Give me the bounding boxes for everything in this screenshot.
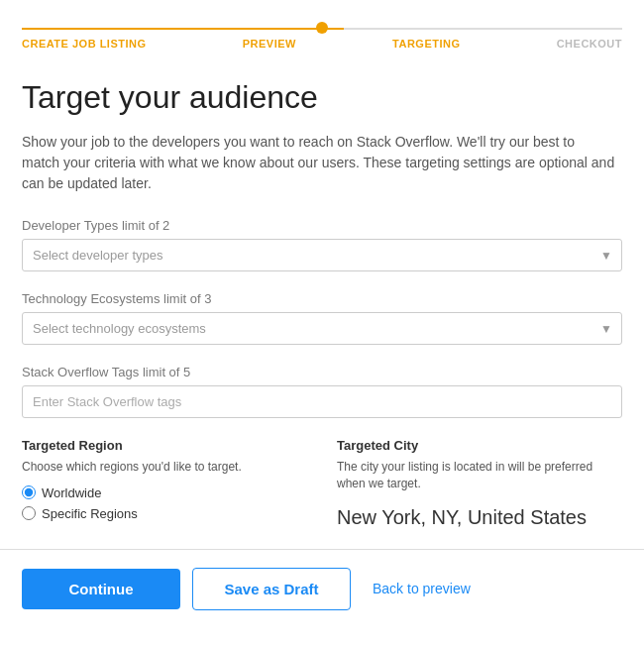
step-checkout[interactable]: Checkout (557, 18, 622, 50)
targeted-city-section: Targeted City The city your listing is l… (337, 438, 622, 529)
footer-actions: Continue Save as Draft Back to preview (0, 550, 644, 628)
developer-types-field: Developer Types limit of 2 Select develo… (22, 218, 622, 271)
targeted-city-title: Targeted City (337, 438, 622, 453)
radio-worldwide-input[interactable] (22, 485, 36, 499)
technology-ecosystems-select[interactable]: Select technology ecosystems (22, 312, 622, 345)
targeted-city-subtitle: The city your listing is located in will… (337, 459, 622, 492)
back-to-preview-link[interactable]: Back to preview (363, 573, 481, 604)
technology-ecosystems-label: Technology Ecosystems limit of 3 (22, 291, 622, 306)
page-description: Show your job to the developers you want… (22, 132, 616, 194)
targeted-city-value: New York, NY, United States (337, 506, 622, 529)
radio-specific[interactable]: Specific Regions (22, 506, 307, 521)
developer-types-select-wrapper: Select developer types ▼ (22, 239, 622, 271)
technology-ecosystems-field: Technology Ecosystems limit of 3 Select … (22, 291, 622, 345)
step-create[interactable]: Create Job Listing (22, 18, 147, 50)
targeting-columns: Targeted Region Choose which regions you… (22, 438, 622, 529)
so-tags-input[interactable] (22, 385, 622, 418)
developer-types-label: Developer Types limit of 2 (22, 218, 622, 233)
targeted-region-subtitle: Choose which regions you'd like to targe… (22, 459, 307, 476)
so-tags-field: Stack Overflow Tags limit of 5 (22, 365, 622, 418)
radio-specific-label: Specific Regions (42, 506, 138, 521)
region-radio-group: Worldwide Specific Regions (22, 485, 307, 521)
main-content: Target your audience Show your job to th… (0, 59, 644, 529)
developer-types-select[interactable]: Select developer types (22, 239, 622, 271)
radio-worldwide-label: Worldwide (42, 485, 101, 500)
stepper-items: Create Job Listing Preview Targeting Che… (22, 18, 622, 50)
so-tags-label: Stack Overflow Tags limit of 5 (22, 365, 622, 379)
technology-ecosystems-select-wrapper: Select technology ecosystems ▼ (22, 312, 622, 345)
targeted-region-section: Targeted Region Choose which regions you… (22, 438, 307, 529)
save-draft-button[interactable]: Save as Draft (192, 568, 351, 610)
step-targeting[interactable]: Targeting (392, 18, 460, 50)
targeted-region-title: Targeted Region (22, 438, 307, 453)
radio-specific-input[interactable] (22, 506, 36, 520)
continue-button[interactable]: Continue (22, 569, 180, 609)
step-preview[interactable]: Preview (243, 18, 296, 50)
radio-worldwide[interactable]: Worldwide (22, 485, 307, 500)
page-title: Target your audience (22, 79, 622, 116)
stepper: Create Job Listing Preview Targeting Che… (0, 0, 644, 59)
